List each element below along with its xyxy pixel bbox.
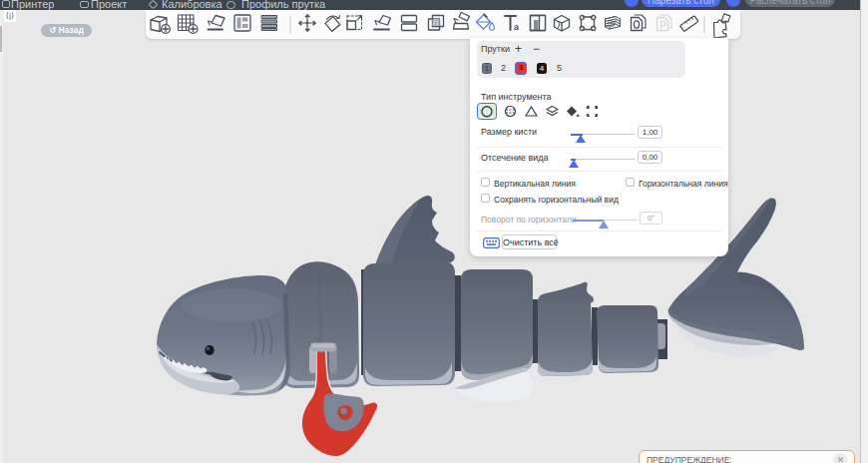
svg-text:a: a xyxy=(514,22,520,32)
